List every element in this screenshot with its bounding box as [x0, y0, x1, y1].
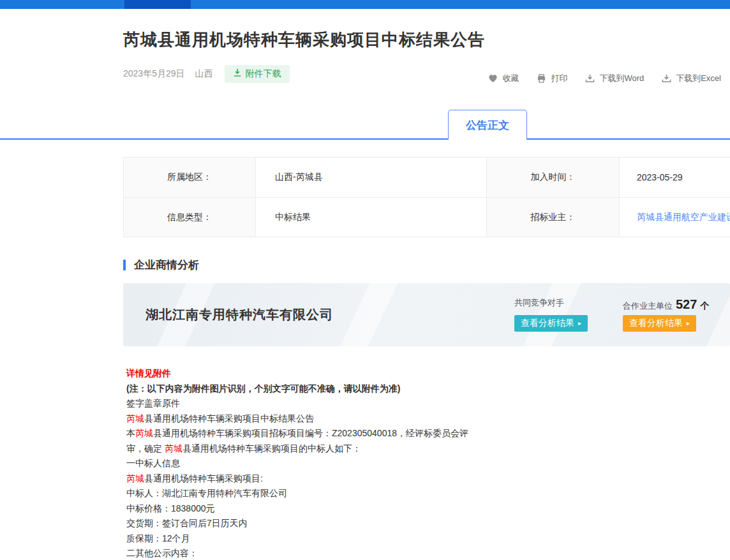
partners-label: 合作业主单位 527个	[623, 297, 709, 313]
article-text: 质保期：12个月	[126, 533, 190, 543]
article-line: 一中标人信息	[126, 456, 730, 471]
article-line: 审，确定 芮城县通用机场特种车辆采购项目的中标人如下：	[126, 441, 730, 457]
article-text: 签字盖章原件	[126, 398, 180, 408]
highlighted-keyword: 芮城	[135, 428, 153, 438]
competitors-label: 共同竞争对手	[514, 297, 588, 313]
heart-icon	[488, 74, 498, 83]
highlighted-keyword: 芮城	[126, 413, 144, 424]
info-label: 加入时间：	[487, 158, 620, 197]
view-partners-label: 查看分析结果	[629, 318, 683, 329]
info-table: 所属地区：山西-芮城县加入时间：2023-05-29信息类型：中标结果招标业主：…	[123, 157, 730, 237]
article-text: 县通用机场特种车辆采购项目中标结果公告	[144, 413, 314, 424]
arrow-right-icon: ▸	[578, 320, 581, 327]
article-text: 县通用机场特种车辆采购项目招标项目编号：Z202305040018，经评标委员会…	[153, 428, 468, 438]
info-label: 招标业主：	[487, 197, 620, 237]
info-value-text: 2023-05-29	[637, 172, 683, 182]
article-text: 一中标人信息	[126, 458, 180, 468]
announcement-header: 芮城县通用机场特种车辆采购项目中标结果公告 2023年5月29日 山西 附件下载…	[0, 9, 730, 82]
view-competitors-label: 查看分析结果	[521, 318, 574, 329]
page-title: 芮城县通用机场特种车辆采购项目中标结果公告	[123, 29, 730, 51]
partners-group: 合作业主单位 527个 查看分析结果 ▸	[623, 297, 709, 332]
top-nav-bar	[0, 0, 730, 9]
main-content: 所属地区：山西-芮城县加入时间：2023-05-29信息类型：中标结果招标业主：…	[123, 157, 730, 560]
attachment-download-button[interactable]: 附件下载	[225, 65, 290, 83]
info-value-text: 中标结果	[275, 212, 311, 223]
info-value: 2023-05-29	[620, 158, 730, 197]
section-accent-bar	[123, 260, 126, 270]
article-text: 县通用机场特种车辆采购项目:	[144, 473, 263, 483]
partners-count: 527	[676, 297, 697, 312]
partners-label-text: 合作业主单位	[623, 300, 673, 312]
article-line: 签字盖章原件	[126, 396, 730, 411]
article-text: 详情见附件	[126, 368, 171, 378]
print-label: 打印	[551, 73, 567, 84]
tab-announcement-body[interactable]: 公告正文	[448, 110, 527, 140]
favorite-button[interactable]: 收藏	[488, 73, 519, 84]
download-icon	[662, 74, 671, 83]
download-excel-label: 下载到Excel	[676, 73, 721, 84]
highlighted-keyword: 芮城	[126, 473, 144, 483]
article-text: 中标人：湖北江南专用特种汽车有限公司	[126, 488, 287, 498]
info-value: 芮城县通用航空产业建设发	[620, 197, 730, 237]
article-line: 质保期：12个月	[126, 531, 730, 547]
article-text: 本	[126, 428, 135, 438]
article-text: 二其他公示内容：	[126, 548, 198, 558]
top-nav-active-segment[interactable]	[124, 0, 191, 9]
info-value: 山西-芮城县	[256, 158, 487, 197]
highlighted-keyword: 芮城	[165, 443, 182, 453]
info-label: 信息类型：	[124, 197, 256, 237]
section-header: 企业商情分析	[123, 258, 730, 272]
announcement-article: 详情见附件(注：以下内容为附件图片识别，个别文字可能不准确，请以附件为准)签字盖…	[126, 366, 730, 560]
header-actions: 收藏 打印 下载到Word 下载到Excel	[488, 73, 721, 84]
article-line: 详情见附件	[126, 366, 730, 381]
tab-bar: 公告正文	[0, 110, 730, 140]
article-text: (注：以下内容为附件图片识别，个别文字可能不准确，请以附件为准)	[126, 383, 400, 394]
article-line: 本芮城县通用机场特种车辆采购项目招标项目编号：Z202305040018，经评标…	[126, 426, 730, 441]
owner-link[interactable]: 芮城县通用航空产业建设发	[637, 212, 730, 223]
info-value-text: 山西-芮城县	[275, 172, 323, 183]
company-name: 湖北江南专用特种汽车有限公司	[145, 306, 333, 323]
download-word-button[interactable]: 下载到Word	[585, 73, 644, 84]
article-text: 交货期：签订合同后7日历天内	[126, 518, 248, 528]
competitors-group: 共同竞争对手 查看分析结果 ▸	[514, 297, 588, 332]
article-text: 审，确定	[126, 443, 165, 453]
download-icon	[233, 68, 242, 79]
download-excel-button[interactable]: 下载到Excel	[662, 73, 721, 84]
article-line: 中标人：湖北江南专用特种汽车有限公司	[126, 486, 730, 501]
favorite-label: 收藏	[502, 73, 519, 84]
publish-date: 2023年5月29日	[123, 68, 185, 80]
article-line: 芮城县通用机场特种车辆采购项目中标结果公告	[126, 411, 730, 427]
article-line: (注：以下内容为附件图片识别，个别文字可能不准确，请以附件为准)	[126, 381, 730, 397]
info-value: 中标结果	[256, 197, 487, 237]
section-title: 企业商情分析	[134, 258, 199, 272]
arrow-right-icon: ▸	[687, 320, 690, 327]
article-line: 二其他公示内容：	[126, 546, 730, 560]
article-text: 县通用机场特种车辆采购项目的中标人如下：	[182, 443, 361, 453]
view-partners-button[interactable]: 查看分析结果 ▸	[623, 315, 696, 332]
download-word-label: 下载到Word	[599, 73, 644, 84]
article-line: 芮城县通用机场特种车辆采购项目:	[126, 471, 730, 487]
article-line: 交货期：签订合同后7日历天内	[126, 516, 730, 531]
info-label: 所属地区：	[124, 158, 256, 197]
attachment-download-label: 附件下载	[246, 68, 281, 80]
company-analysis-card: 湖北江南专用特种汽车有限公司 共同竞争对手 查看分析结果 ▸ 合作业主单位 52…	[123, 283, 730, 346]
print-button[interactable]: 打印	[537, 73, 567, 84]
province-label: 山西	[195, 68, 213, 80]
view-competitors-button[interactable]: 查看分析结果 ▸	[514, 315, 588, 332]
article-text: 中标价格：1838000元	[126, 503, 215, 513]
partners-unit: 个	[700, 300, 709, 312]
download-icon	[585, 74, 595, 83]
printer-icon	[537, 74, 546, 83]
article-line: 中标价格：1838000元	[126, 501, 730, 517]
